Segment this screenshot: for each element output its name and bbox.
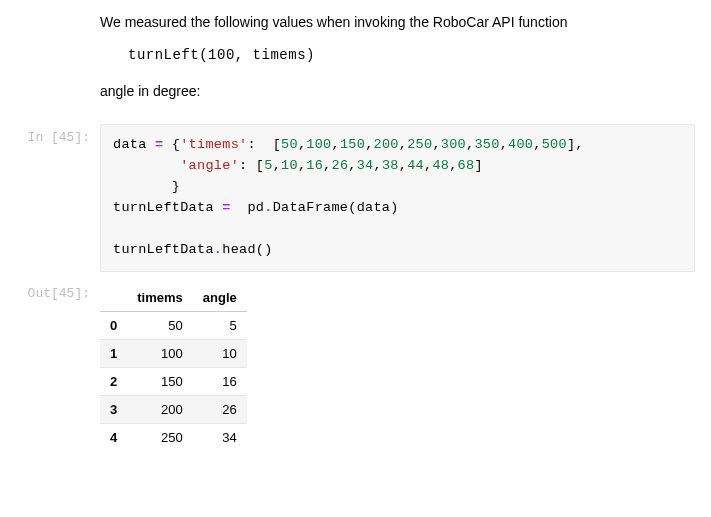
cell: 200	[127, 395, 193, 423]
row-index: 3	[100, 395, 127, 423]
inline-code: turnLeft(100, timems)	[128, 47, 695, 63]
cell: 10	[193, 339, 247, 367]
cell: 5	[193, 311, 247, 339]
angle-label: angle in degree:	[100, 81, 695, 102]
row-index: 0	[100, 311, 127, 339]
cell: 26	[193, 395, 247, 423]
dataframe-table: timems angle 0 50 5 1 100 10	[100, 284, 247, 451]
table-row: 1 100 10	[100, 339, 247, 367]
table-row: 2 150 16	[100, 367, 247, 395]
out-prompt: Out[45]:	[0, 280, 100, 301]
intro-text: We measured the following values when in…	[100, 12, 695, 33]
markdown-cell: We measured the following values when in…	[0, 8, 711, 120]
markdown-prompt	[0, 12, 100, 18]
row-index: 2	[100, 367, 127, 395]
cell: 250	[127, 423, 193, 451]
cell: 150	[127, 367, 193, 395]
code-input[interactable]: data = {'timems': [50,100,150,200,250,30…	[100, 124, 695, 272]
markdown-body: We measured the following values when in…	[100, 12, 711, 116]
table-row: 3 200 26	[100, 395, 247, 423]
col-header-angle: angle	[193, 284, 247, 312]
cell: 34	[193, 423, 247, 451]
table-row: 0 50 5	[100, 311, 247, 339]
code-cell: In [45]: data = {'timems': [50,100,150,2…	[0, 120, 711, 276]
notebook: We measured the following values when in…	[0, 0, 711, 463]
code-body: data = {'timems': [50,100,150,200,250,30…	[100, 124, 711, 272]
table-row: 4 250 34	[100, 423, 247, 451]
col-header-timems: timems	[127, 284, 193, 312]
row-index: 1	[100, 339, 127, 367]
row-index: 4	[100, 423, 127, 451]
cell: 50	[127, 311, 193, 339]
cell: 100	[127, 339, 193, 367]
output-cell: Out[45]: timems angle 0 50 5	[0, 276, 711, 455]
cell: 16	[193, 367, 247, 395]
output-body: timems angle 0 50 5 1 100 10	[100, 280, 711, 451]
index-header	[100, 284, 127, 312]
in-prompt: In [45]:	[0, 124, 100, 145]
